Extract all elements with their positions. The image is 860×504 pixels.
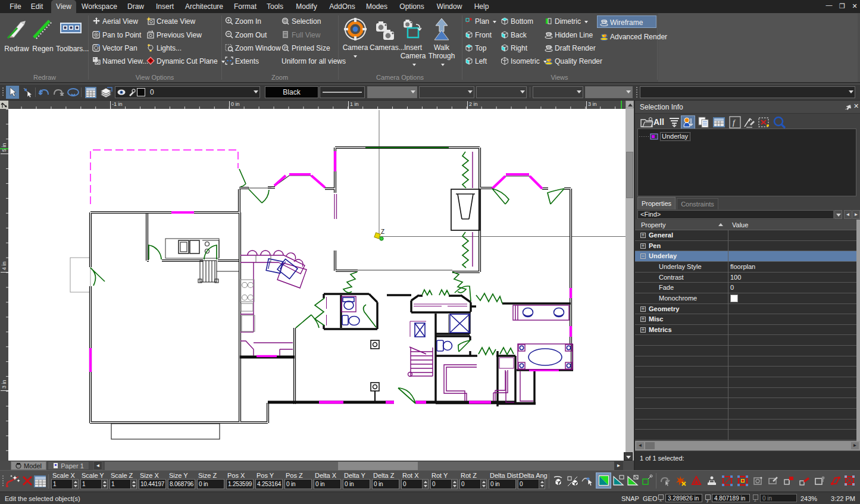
svg-text:4 in: 4 in xyxy=(1,261,7,270)
svg-text:Z: Z xyxy=(381,228,384,235)
svg-text:-1 in: -1 in xyxy=(112,101,123,107)
svg-text:0 in: 0 in xyxy=(231,101,240,107)
svg-text:1 in: 1 in xyxy=(350,101,359,107)
svg-text:f: f xyxy=(733,118,736,127)
svg-text:3 in: 3 in xyxy=(1,380,7,389)
svg-text:2 in: 2 in xyxy=(469,101,478,107)
svg-text:5 in: 5 in xyxy=(1,143,7,152)
svg-text:3 in: 3 in xyxy=(588,101,597,107)
